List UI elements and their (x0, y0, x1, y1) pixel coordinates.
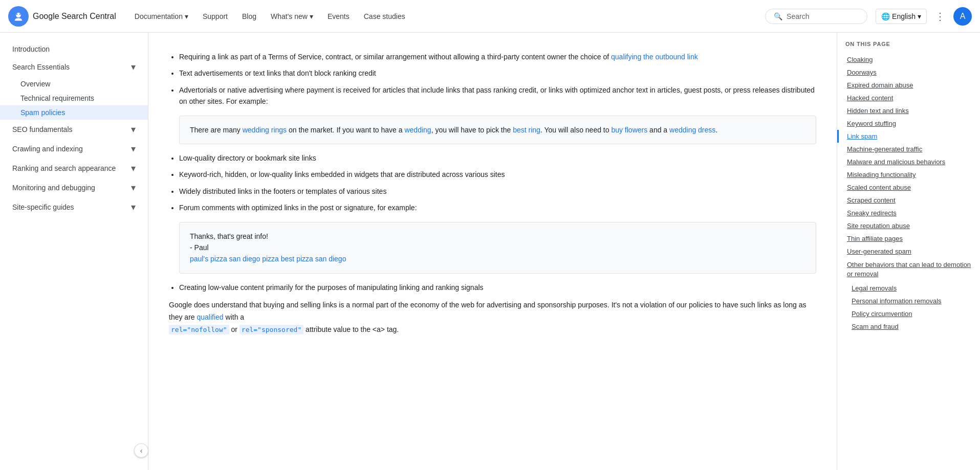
chevron-down-icon: ▾ (131, 61, 136, 73)
toc-user-generated-spam[interactable]: User-generated spam (837, 245, 980, 258)
qualifying-link[interactable]: qualifying the outbound link (611, 53, 698, 61)
globe-icon: 🌐 (881, 12, 890, 20)
nav-items: Documentation ▾ Support Blog What's new … (128, 8, 757, 25)
sidebar-item-monitoring[interactable]: Monitoring and debugging ▾ (0, 178, 148, 197)
toc-link-spam[interactable]: Link spam (837, 130, 980, 143)
content-body: Requiring a link as part of a Terms of S… (169, 51, 816, 335)
nav-events[interactable]: Events (321, 8, 356, 25)
svg-point-1 (16, 12, 21, 17)
svg-point-2 (16, 13, 17, 14)
code-sponsored: rel="sponsored" (239, 325, 303, 334)
sidebar-collapse-button[interactable]: ‹ (134, 443, 148, 458)
logo-icon (8, 6, 29, 27)
list-item: Advertorials or native advertising where… (179, 84, 816, 144)
sidebar-item-crawling-indexing[interactable]: Crawling and indexing ▾ (0, 139, 148, 159)
sidebar-item-spam-policies[interactable]: Spam policies (0, 105, 148, 120)
site-logo[interactable]: Google Search Central (8, 6, 116, 27)
toc-doorways[interactable]: Doorways (837, 66, 980, 79)
page-container: Introduction Search Essentials ▾ Overvie… (0, 33, 980, 470)
toc-misleading[interactable]: Misleading functionality (837, 168, 980, 181)
language-selector[interactable]: 🌐 English ▾ (876, 9, 927, 24)
nav-documentation[interactable]: Documentation ▾ (128, 8, 194, 25)
chevron-down-icon: ▾ (131, 163, 136, 174)
toc-sneaky-redirects[interactable]: Sneaky redirects (837, 207, 980, 219)
nav-support[interactable]: Support (197, 8, 234, 25)
sidebar-item-technical-requirements[interactable]: Technical requirements (0, 91, 148, 105)
toc-cloaking[interactable]: Cloaking (837, 53, 980, 66)
chevron-down-icon: ▾ (131, 202, 136, 213)
paul-pizza-link[interactable]: paul's pizza san diego pizza best pizza … (190, 255, 346, 263)
list-item: Forum comments with optimized links in t… (179, 202, 816, 274)
example-box-1: There are many wedding rings on the mark… (179, 116, 816, 144)
top-navigation: Google Search Central Documentation ▾ Su… (0, 0, 980, 33)
sidebar-item-overview[interactable]: Overview (0, 77, 148, 91)
toc-title: On this page (837, 41, 980, 53)
chevron-down-icon: ▾ (918, 12, 921, 20)
content-list: Requiring a link as part of a Terms of S… (169, 51, 816, 293)
chevron-down-icon: ▾ (185, 12, 188, 20)
list-item: Widely distributed links in the footers … (179, 186, 816, 197)
nav-whats-new[interactable]: What's new ▾ (265, 8, 319, 25)
user-avatar[interactable]: A (953, 7, 972, 26)
toc-keyword-stuffing[interactable]: Keyword stuffing (837, 117, 980, 130)
toc-thin-affiliate[interactable]: Thin affiliate pages (837, 232, 980, 245)
search-text: Search (787, 12, 809, 20)
list-item: Text advertisements or text links that d… (179, 68, 816, 79)
svg-point-3 (19, 13, 20, 14)
best-ring-link[interactable]: best ring (513, 126, 540, 134)
search-icon: 🔍 (774, 12, 782, 20)
toc-malware[interactable]: Malware and malicious behaviors (837, 155, 980, 168)
nav-right: 🌐 English ▾ ⋮ A (876, 7, 972, 26)
search-bar[interactable]: 🔍 Search (765, 9, 867, 24)
toc-expired-domain[interactable]: Expired domain abuse (837, 79, 980, 92)
logo-text: Google Search Central (33, 12, 116, 21)
more-options-button[interactable]: ⋮ (931, 7, 949, 26)
left-sidebar: Introduction Search Essentials ▾ Overvie… (0, 33, 148, 470)
list-item: Keyword-rich, hidden, or low-quality lin… (179, 169, 816, 180)
chevron-down-icon: ▾ (131, 182, 136, 193)
toc-machine-traffic[interactable]: Machine-generated traffic (837, 143, 980, 155)
toc-legal-removals[interactable]: Legal removals (837, 282, 980, 295)
sidebar-item-introduction[interactable]: Introduction (0, 41, 148, 57)
toc-hacked-content[interactable]: Hacked content (837, 92, 980, 104)
toc-hidden-text[interactable]: Hidden text and links (837, 104, 980, 117)
sidebar-item-ranking-search[interactable]: Ranking and search appearance ▾ (0, 159, 148, 178)
toc-site-reputation[interactable]: Site reputation abuse (837, 219, 980, 232)
toc-scaled-content[interactable]: Scaled content abuse (837, 181, 980, 194)
sidebar-item-search-essentials[interactable]: Search Essentials ▾ (0, 57, 148, 77)
chevron-down-icon: ▾ (131, 143, 136, 154)
wedding-link[interactable]: wedding (404, 126, 431, 134)
toc-other-behaviors[interactable]: Other behaviors that can lead to demotio… (837, 258, 980, 282)
example-line-1: Thanks, that's great info! (190, 231, 805, 242)
qualified-link[interactable]: qualified (197, 313, 223, 321)
toc-scraped-content[interactable]: Scraped content (837, 194, 980, 207)
example-line-2: - Paul (190, 242, 805, 253)
nav-blog[interactable]: Blog (236, 8, 263, 25)
list-item: Creating low-value content primarily for… (179, 282, 816, 293)
sidebar-item-site-guides[interactable]: Site-specific guides ▾ (0, 197, 148, 217)
closing-paragraph: Google does understand that buying and s… (169, 299, 816, 335)
wedding-rings-link[interactable]: wedding rings (243, 126, 287, 134)
list-item: Requiring a link as part of a Terms of S… (179, 51, 816, 62)
chevron-down-icon: ▾ (310, 12, 313, 20)
code-nofollow: rel="nofollow" (169, 325, 229, 334)
nav-case-studies[interactable]: Case studies (358, 8, 411, 25)
list-item: Low-quality directory or bookmark site l… (179, 152, 816, 164)
toc-policy-circumvention[interactable]: Policy circumvention (837, 307, 980, 320)
wedding-dress-link[interactable]: wedding dress (669, 126, 715, 134)
sidebar-item-seo-fundamentals[interactable]: SEO fundamentals ▾ (0, 120, 148, 139)
right-sidebar-toc: On this page Cloaking Doorways Expired d… (837, 33, 980, 470)
toc-personal-info[interactable]: Personal information removals (837, 295, 980, 307)
toc-scam-fraud[interactable]: Scam and fraud (837, 320, 980, 333)
chevron-down-icon: ▾ (131, 124, 136, 135)
main-content: Requiring a link as part of a Terms of S… (148, 33, 837, 470)
example-box-2: Thanks, that's great info! - Paul paul's… (179, 222, 816, 274)
buy-flowers-link[interactable]: buy flowers (611, 126, 647, 134)
